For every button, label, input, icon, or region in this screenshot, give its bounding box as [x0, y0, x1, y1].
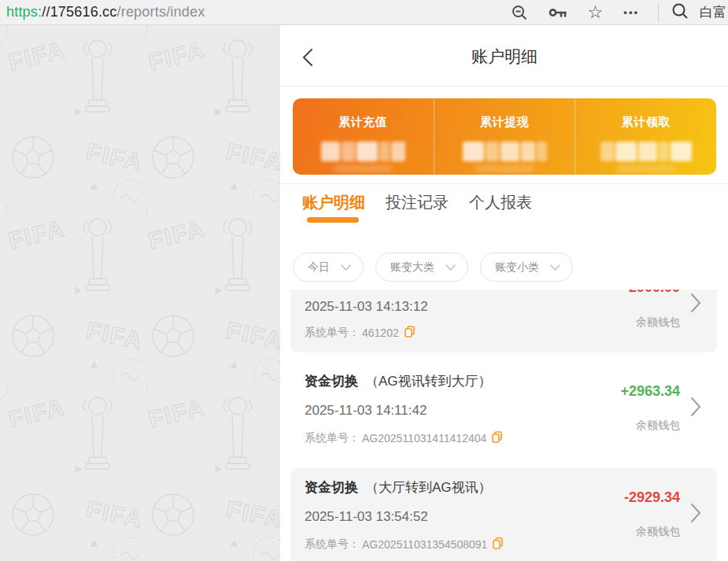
zoom-out-icon[interactable] [511, 4, 528, 21]
search-icon [671, 2, 689, 23]
transaction-amount: +2963.34 [620, 383, 680, 400]
account-detail-panel: 账户明细 累计充值 累计提现 累计领取 [279, 25, 728, 561]
url-path: /reports/index [117, 4, 205, 20]
filter-date-dropdown[interactable]: 今日 [293, 253, 364, 282]
transaction-subtitle: （AG视讯转到大厅） [365, 374, 492, 389]
tab-account-detail[interactable]: 账户明细 [302, 192, 365, 226]
bookmark-star-icon[interactable]: ☆ [588, 5, 604, 20]
transaction-title: 资金切换（大厅转到AG视讯） [305, 478, 492, 496]
summary-claim-value-blurred [601, 142, 692, 161]
blur-echo [475, 165, 534, 172]
summary-claim-label: 累计领取 [622, 115, 671, 130]
amount-clipped: -2900.00 [624, 290, 680, 297]
active-tab-underline [307, 217, 359, 223]
order-number: AG202511031354508091 [362, 538, 487, 551]
copy-icon[interactable] [492, 431, 502, 445]
browser-toolbar: https://175616.cc/reports/index ☆ ••• [0, 0, 728, 25]
transaction-amount: -2900.00 [624, 290, 680, 296]
section-divider [280, 183, 728, 184]
tab-account-detail-label: 账户明细 [302, 194, 365, 211]
browser-tab-search[interactable]: 白富 [659, 2, 728, 23]
transaction-row[interactable]: -2900.00 2025-11-03 14:13:12 余额钱包 系统单号：4… [290, 290, 717, 352]
url-scheme: https: [6, 4, 42, 20]
summary-card: 累计充值 累计提现 累计领取 [293, 98, 716, 175]
transaction-datetime: 2025-11-03 14:13:12 [305, 299, 428, 315]
key-icon[interactable] [549, 6, 567, 19]
transaction-datetime: 2025-11-03 14:11:42 [305, 403, 427, 419]
filter-major-type-label: 账变大类 [390, 260, 434, 275]
transaction-amount: -2929.34 [624, 489, 680, 506]
url-host: //175616.cc [42, 4, 116, 20]
transaction-subtitle: （大厅转到AG视讯） [365, 480, 492, 495]
chevron-right-icon [690, 503, 701, 526]
transaction-order: 系统单号：461202 [305, 326, 415, 340]
order-number: 461202 [362, 327, 399, 339]
summary-withdraw-value-blurred [463, 142, 547, 161]
tab-bet-records-label: 投注记录 [386, 194, 449, 211]
tab-bet-records[interactable]: 投注记录 [386, 192, 449, 226]
summary-deposit-label: 累计充值 [338, 115, 387, 130]
order-label: 系统单号： [305, 537, 360, 552]
more-menu-icon[interactable]: ••• [623, 6, 639, 18]
chevron-right-icon [690, 293, 701, 316]
fifa-pattern-wallpaper: FIFA [0, 25, 279, 561]
blur-echo [617, 165, 675, 172]
order-label: 系统单号： [305, 326, 360, 340]
url-bar[interactable]: https://175616.cc/reports/index [0, 4, 205, 20]
transaction-type: 资金切换 [305, 480, 358, 495]
summary-withdraw: 累计提现 [434, 98, 575, 175]
wallet-label: 余额钱包 [636, 419, 680, 433]
transaction-row[interactable]: 资金切换（大厅转到AG视讯） -2929.34 2025-11-03 13:54… [290, 468, 717, 561]
wallet-label: 余额钱包 [636, 525, 680, 539]
blur-echo [334, 165, 392, 172]
chevron-down-icon [445, 264, 456, 271]
wallet-label: 余额钱包 [636, 316, 680, 330]
copy-icon[interactable] [493, 537, 503, 552]
filter-bar: 今日 账变大类 账变小类 [293, 253, 573, 282]
chevron-down-icon [341, 264, 351, 271]
filter-major-type-dropdown[interactable]: 账变大类 [375, 253, 468, 282]
browser-actions: ☆ ••• [511, 4, 658, 21]
filter-minor-type-label: 账变小类 [495, 260, 539, 275]
tab-personal-report-label: 个人报表 [469, 194, 532, 211]
transaction-row[interactable]: 资金切换（AG视讯转到大厅） +2963.34 2025-11-03 14:11… [290, 362, 717, 460]
summary-deposit: 累计充值 [293, 98, 434, 175]
chevron-right-icon [690, 397, 701, 420]
transaction-datetime: 2025-11-03 13:54:52 [305, 509, 428, 525]
screen: https://175616.cc/reports/index ☆ ••• [0, 0, 728, 561]
summary-deposit-value-blurred [321, 142, 405, 161]
summary-claim: 累计领取 [575, 98, 716, 175]
summary-withdraw-label: 累计提现 [480, 115, 529, 130]
detail-tabs: 账户明细 投注记录 个人报表 [302, 192, 532, 226]
transaction-order: 系统单号：AG202511031411412404 [305, 431, 502, 445]
tab-personal-report[interactable]: 个人报表 [469, 192, 532, 226]
chevron-down-icon [550, 264, 560, 271]
transaction-title: 资金切换（AG视讯转到大厅） [305, 372, 492, 390]
filter-date-label: 今日 [308, 260, 330, 275]
transaction-type: 资金切换 [305, 374, 358, 389]
order-label: 系统单号： [305, 431, 360, 445]
app-header: 账户明细 [280, 25, 728, 87]
order-number: AG202511031411412404 [362, 432, 486, 445]
browser-tab-title: 白富 [700, 3, 726, 21]
page: FIFA [0, 25, 728, 561]
transaction-order: 系统单号：AG202511031354508091 [305, 537, 503, 552]
page-title: 账户明细 [280, 46, 728, 68]
copy-icon[interactable] [405, 326, 415, 340]
filter-minor-type-dropdown[interactable]: 账变小类 [480, 253, 573, 282]
